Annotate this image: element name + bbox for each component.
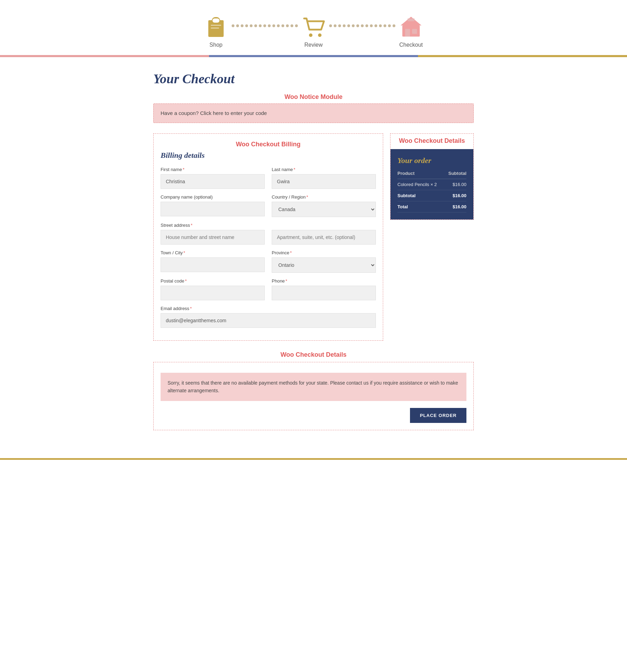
step-shop[interactable]: Shop bbox=[204, 14, 228, 48]
step-checkout[interactable]: Checkout bbox=[399, 14, 423, 48]
step-shop-label: Shop bbox=[209, 42, 222, 48]
name-row: First name* Last name* bbox=[161, 167, 376, 189]
street-row: Street address* bbox=[161, 223, 376, 245]
order-subtotal-row: Subtotal $16.00 bbox=[397, 190, 466, 201]
svg-rect-4 bbox=[211, 28, 219, 29]
company-name-input[interactable] bbox=[161, 202, 265, 216]
svg-point-6 bbox=[318, 33, 322, 37]
billing-section: Woo Checkout Billing Billing details Fir… bbox=[153, 133, 383, 341]
place-order-button[interactable]: PLACE ORDER bbox=[410, 408, 466, 423]
email-input[interactable] bbox=[161, 313, 376, 328]
email-group: Email address* bbox=[161, 306, 376, 328]
svg-rect-8 bbox=[402, 25, 420, 37]
payment-notice: Sorry, it seems that there are no availa… bbox=[161, 373, 466, 401]
checkout-icon bbox=[399, 14, 423, 38]
apartment-label bbox=[272, 223, 376, 228]
coupon-notice[interactable]: Have a coupon? Click here to enter your … bbox=[153, 103, 474, 123]
notice-module-header: Woo Notice Module bbox=[153, 93, 474, 101]
apartment-input[interactable] bbox=[272, 230, 376, 245]
svg-rect-10 bbox=[412, 29, 417, 34]
order-total-label: Total bbox=[397, 201, 445, 213]
postal-phone-row: Postal code* Phone* bbox=[161, 278, 376, 300]
street-address-group: Street address* bbox=[161, 223, 265, 245]
email-row: Email address* bbox=[161, 306, 376, 328]
progress-bar bbox=[0, 55, 627, 57]
step-review-label: Review bbox=[304, 42, 323, 48]
progress-steps: Shop Review bbox=[0, 0, 627, 55]
svg-rect-9 bbox=[405, 29, 410, 37]
order-total-value: $16.00 bbox=[445, 201, 466, 213]
svg-rect-12 bbox=[408, 18, 415, 21]
last-name-input[interactable] bbox=[272, 174, 376, 189]
postal-code-input[interactable] bbox=[161, 286, 265, 300]
step-dots-2 bbox=[329, 24, 395, 38]
page-title: Your Checkout bbox=[153, 71, 474, 86]
town-input[interactable] bbox=[161, 257, 265, 272]
street-address-label: Street address* bbox=[161, 223, 265, 228]
col-product: Product bbox=[397, 171, 445, 179]
billing-module-header: Woo Checkout Billing bbox=[161, 141, 376, 148]
review-icon bbox=[301, 14, 326, 38]
phone-label: Phone* bbox=[272, 278, 376, 284]
phone-input[interactable] bbox=[272, 286, 376, 300]
bottom-bar bbox=[0, 458, 627, 460]
place-order-row: PLACE ORDER bbox=[161, 408, 466, 423]
province-group: Province* Ontario Quebec British Columbi… bbox=[272, 250, 376, 273]
order-table: Product Subtotal Colored Pencils × 2 $16… bbox=[397, 171, 466, 213]
bottom-details-box: Sorry, it seems that there are no availa… bbox=[153, 362, 474, 430]
order-item-price: $16.00 bbox=[445, 179, 466, 190]
province-label: Province* bbox=[272, 250, 376, 255]
last-name-label: Last name* bbox=[272, 167, 376, 172]
country-select[interactable]: Canada United States United Kingdom bbox=[272, 202, 376, 217]
progress-bar-blue bbox=[209, 55, 418, 57]
phone-group: Phone* bbox=[272, 278, 376, 300]
first-name-label: First name* bbox=[161, 167, 265, 172]
order-box: Your order Product Subtotal Colored Penc… bbox=[390, 149, 473, 219]
order-subtotal-label: Subtotal bbox=[397, 190, 445, 201]
main-content: Your Checkout Woo Notice Module Have a c… bbox=[146, 57, 481, 444]
email-label: Email address* bbox=[161, 306, 376, 311]
company-country-row: Company name (optional) Country / Region… bbox=[161, 194, 376, 217]
street-address-input[interactable] bbox=[161, 230, 265, 245]
apartment-group bbox=[272, 223, 376, 245]
first-name-input[interactable] bbox=[161, 174, 265, 189]
progress-bar-pink bbox=[0, 55, 209, 57]
order-module-header: Woo Checkout Details bbox=[390, 134, 473, 146]
step-review[interactable]: Review bbox=[301, 14, 326, 48]
province-select[interactable]: Ontario Quebec British Columbia Alberta bbox=[272, 257, 376, 273]
step-dots-1 bbox=[232, 24, 298, 38]
billing-title: Billing details bbox=[161, 151, 376, 160]
order-title: Your order bbox=[397, 156, 466, 165]
progress-bar-gold bbox=[418, 55, 627, 57]
postal-code-label: Postal code* bbox=[161, 278, 265, 284]
company-name-group: Company name (optional) bbox=[161, 194, 265, 217]
first-name-group: First name* bbox=[161, 167, 265, 189]
svg-rect-3 bbox=[211, 25, 221, 26]
order-subtotal-value: $16.00 bbox=[445, 190, 466, 201]
order-total-row: Total $16.00 bbox=[397, 201, 466, 213]
country-label: Country / Region* bbox=[272, 194, 376, 200]
bottom-module-header: Woo Checkout Details bbox=[153, 351, 474, 358]
town-group: Town / City* bbox=[161, 250, 265, 273]
order-section: Woo Checkout Details Your order Product … bbox=[390, 133, 474, 220]
order-item-name: Colored Pencils × 2 bbox=[397, 179, 445, 190]
shop-icon bbox=[204, 14, 228, 38]
town-province-row: Town / City* Province* Ontario Quebec Br… bbox=[161, 250, 376, 273]
town-label: Town / City* bbox=[161, 250, 265, 255]
col-subtotal: Subtotal bbox=[445, 171, 466, 179]
last-name-group: Last name* bbox=[272, 167, 376, 189]
order-item-row: Colored Pencils × 2 $16.00 bbox=[397, 179, 466, 190]
coupon-text: Have a coupon? Click here to enter your … bbox=[161, 110, 267, 116]
checkout-columns: Woo Checkout Billing Billing details Fir… bbox=[153, 133, 474, 341]
company-name-label: Company name (optional) bbox=[161, 194, 265, 200]
country-group: Country / Region* Canada United States U… bbox=[272, 194, 376, 217]
postal-code-group: Postal code* bbox=[161, 278, 265, 300]
svg-point-5 bbox=[309, 33, 312, 37]
step-checkout-label: Checkout bbox=[399, 42, 423, 48]
svg-rect-2 bbox=[212, 18, 219, 23]
